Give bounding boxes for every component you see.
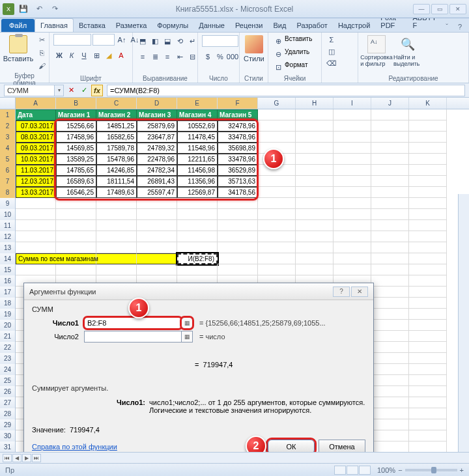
col-header-D[interactable]: D <box>137 98 177 109</box>
cell-I7[interactable] <box>334 176 371 187</box>
cell-B8[interactable]: 16546,25 <box>56 187 96 198</box>
row-header-17[interactable]: 17 <box>0 287 16 298</box>
row-header-2[interactable]: 2 <box>0 120 16 132</box>
file-tab[interactable]: Файл <box>1 19 35 32</box>
cell-D5[interactable]: 22478,96 <box>137 154 177 165</box>
cell-F8[interactable]: 34178,56 <box>218 187 258 198</box>
cell-G15[interactable] <box>258 264 296 275</box>
cell-D2[interactable]: 25879,69 <box>137 120 177 132</box>
cut-icon[interactable]: ✂ <box>35 34 48 46</box>
fill-color-icon[interactable]: ◢ <box>103 49 115 61</box>
cell-E8[interactable]: 12569,87 <box>177 187 218 198</box>
find-select-button[interactable]: 🔍 Найти и выделить <box>393 34 422 68</box>
tab-home[interactable]: Главная <box>35 18 74 32</box>
cell-J21[interactable] <box>371 331 409 342</box>
col-header-K[interactable]: K <box>409 98 447 109</box>
cell-K27[interactable] <box>409 397 447 408</box>
cell-J7[interactable] <box>371 176 409 187</box>
cell-F14[interactable] <box>218 253 258 264</box>
cell-D14[interactable] <box>137 253 177 264</box>
zoom-slider[interactable] <box>405 469 457 471</box>
cell-H9[interactable] <box>296 198 334 209</box>
close-button[interactable]: ✕ <box>449 4 466 14</box>
cell-J18[interactable] <box>371 298 409 309</box>
grow-font-icon[interactable]: A↑ <box>116 34 128 46</box>
view-break-icon[interactable] <box>359 466 371 475</box>
cell-B1[interactable]: Магазин 1 <box>56 109 96 120</box>
cell-E13[interactable] <box>177 242 218 253</box>
row-header-28[interactable]: 28 <box>0 408 16 419</box>
row-header-18[interactable]: 18 <box>0 298 16 309</box>
cell-F10[interactable] <box>218 209 258 220</box>
cell-C9[interactable] <box>96 198 137 209</box>
select-all-corner[interactable] <box>0 98 16 109</box>
cell-K4[interactable] <box>409 143 447 154</box>
cell-A14[interactable]: Сумма по всем магазинам <box>16 253 56 264</box>
dialog-close-icon[interactable]: ✕ <box>351 287 368 297</box>
cell-G7[interactable] <box>258 176 296 187</box>
styles-button[interactable]: Стили <box>244 34 264 63</box>
cell-K22[interactable] <box>409 342 447 353</box>
zoom-out-icon[interactable]: − <box>398 466 402 474</box>
col-header-J[interactable]: J <box>371 98 409 109</box>
cell-K18[interactable] <box>409 298 447 309</box>
maximize-button[interactable]: ▭ <box>431 4 448 14</box>
cell-E2[interactable]: 10552,69 <box>177 120 218 132</box>
cell-D8[interactable]: 25597,47 <box>137 187 177 198</box>
col-header-G[interactable]: G <box>258 98 296 109</box>
clear-icon[interactable]: ⌫ <box>326 57 337 69</box>
cell-K7[interactable] <box>409 176 447 187</box>
help-icon[interactable]: ? <box>455 21 465 32</box>
col-header-C[interactable]: C <box>96 98 137 109</box>
cell-F5[interactable]: 33478,96 <box>218 154 258 165</box>
cell-K25[interactable] <box>409 375 447 386</box>
cell-G3[interactable] <box>258 132 296 143</box>
cell-B13[interactable] <box>56 242 96 253</box>
cell-H1[interactable] <box>296 109 334 120</box>
sheet-nav-last-icon[interactable]: ⏭ <box>32 454 41 462</box>
align-left-icon[interactable]: ≡ <box>137 51 149 63</box>
comma-icon[interactable]: 000 <box>227 51 238 63</box>
col-header-H[interactable]: H <box>296 98 334 109</box>
cell-H4[interactable] <box>296 143 334 154</box>
cell-D1[interactable]: Магазин 3 <box>137 109 177 120</box>
cell-E7[interactable]: 11356,96 <box>177 176 218 187</box>
cell-A1[interactable]: Дата <box>16 109 56 120</box>
bold-icon[interactable]: Ж <box>53 49 65 61</box>
cell-F9[interactable] <box>218 198 258 209</box>
cell-I14[interactable] <box>334 253 371 264</box>
row-header-9[interactable]: 9 <box>0 198 16 209</box>
cell-A15[interactable] <box>16 264 56 275</box>
cell-J28[interactable] <box>371 408 409 419</box>
cell-K29[interactable] <box>409 419 447 430</box>
cell-I13[interactable] <box>334 242 371 253</box>
cell-K15[interactable] <box>409 264 447 275</box>
cell-B9[interactable] <box>56 198 96 209</box>
cell-K28[interactable] <box>409 408 447 419</box>
cell-D7[interactable]: 26891,43 <box>137 176 177 187</box>
cell-G13[interactable] <box>258 242 296 253</box>
cell-I1[interactable] <box>334 109 371 120</box>
cell-E6[interactable]: 11456,98 <box>177 165 218 176</box>
cell-K2[interactable] <box>409 120 447 132</box>
tab-layout[interactable]: Разметка <box>111 19 152 32</box>
copy-icon[interactable]: ⎘ <box>35 47 48 59</box>
cell-B11[interactable] <box>56 220 96 231</box>
merge-icon[interactable]: ⊟ <box>186 51 198 63</box>
cell-J23[interactable] <box>371 353 409 364</box>
brush-icon[interactable]: 🖌 <box>35 60 48 72</box>
cell-J24[interactable] <box>371 364 409 375</box>
arg2-input[interactable] <box>84 331 182 343</box>
cell-C8[interactable]: 17489,63 <box>96 187 137 198</box>
cell-K19[interactable] <box>409 309 447 320</box>
currency-icon[interactable]: $ <box>202 51 214 63</box>
cell-J22[interactable] <box>371 342 409 353</box>
cell-G1[interactable] <box>258 109 296 120</box>
cell-E11[interactable] <box>177 220 218 231</box>
cell-I8[interactable] <box>334 187 371 198</box>
cell-C15[interactable] <box>96 264 137 275</box>
cell-G9[interactable] <box>258 198 296 209</box>
cell-J14[interactable] <box>371 253 409 264</box>
cell-B3[interactable]: 17458,96 <box>56 132 96 143</box>
cell-A2[interactable]: 07.03.2017 <box>16 120 56 132</box>
